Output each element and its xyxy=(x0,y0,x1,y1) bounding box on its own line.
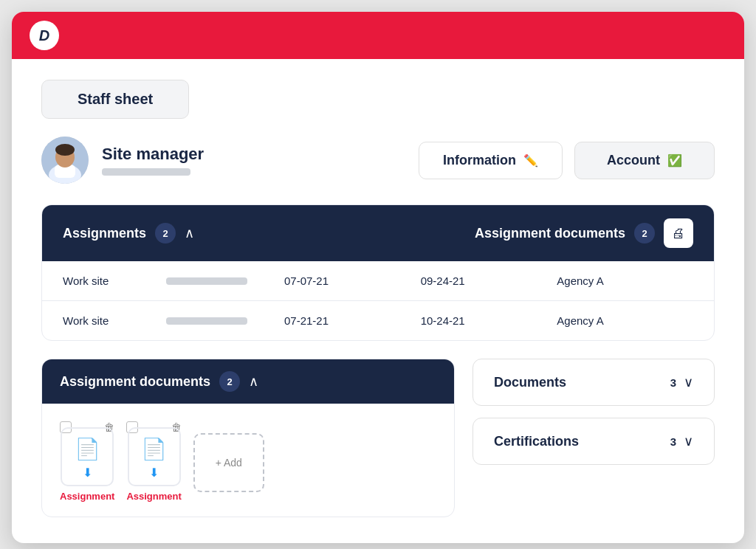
print-icon: 🖨 xyxy=(672,226,685,241)
certifications-right: 3 ∨ xyxy=(670,433,693,449)
staff-sheet-button[interactable]: Staff sheet xyxy=(41,80,189,119)
row-date-start-2: 07-21-21 xyxy=(284,314,421,327)
assignments-chevron-up[interactable]: ∧ xyxy=(185,225,194,241)
assignment-docs-title: Assignment documents xyxy=(475,226,625,241)
assignments-card: Assignments 2 ∧ Assignment documents 2 🖨… xyxy=(41,204,715,341)
edit-icon: ✏️ xyxy=(523,153,538,168)
assignments-title: Assignments xyxy=(63,226,146,241)
svg-point-4 xyxy=(55,144,75,156)
row-bar-1 xyxy=(166,277,247,285)
profile-section: Site manager Information ✏️ Account ✅ xyxy=(41,137,715,184)
assignment-docs-card: Assignment documents 2 ∧ 🗑 📄 ⬇ xyxy=(41,359,455,517)
print-button[interactable]: 🖨 xyxy=(664,218,693,248)
avatar xyxy=(41,137,89,184)
row-date-end-1: 09-24-21 xyxy=(421,274,557,287)
docs-body: 🗑 📄 ⬇ Assignment 🗑 xyxy=(42,404,454,517)
certifications-card[interactable]: Certifications 3 ∨ xyxy=(472,418,715,465)
docs-header-title: Assignment documents xyxy=(60,374,210,390)
row-label-1: Work site xyxy=(63,274,166,287)
doc-label-2: Assignment xyxy=(126,491,181,502)
documents-right: 3 ∨ xyxy=(670,374,693,390)
information-button[interactable]: Information ✏️ xyxy=(419,142,563,179)
add-document-button[interactable]: + Add xyxy=(193,433,264,492)
docs-header: Assignment documents 2 ∧ xyxy=(42,359,454,404)
account-label: Account xyxy=(607,153,660,168)
header-right: Assignment documents 2 🖨 xyxy=(475,218,693,248)
row-label-2: Work site xyxy=(63,314,166,327)
profile-info: Site manager xyxy=(102,145,204,176)
app-window: D Staff sheet xyxy=(12,12,744,543)
documents-label: Documents xyxy=(494,375,566,390)
assignments-header: Assignments 2 ∧ Assignment documents 2 🖨 xyxy=(42,205,714,261)
profile-left: Site manager xyxy=(41,137,204,184)
top-bar: D xyxy=(12,12,744,59)
row-date-end-2: 10-24-21 xyxy=(421,314,557,327)
docs-count-badge: 2 xyxy=(219,371,240,392)
right-panel: Documents 3 ∨ Certifications 3 ∨ xyxy=(472,359,715,517)
row-bar-2 xyxy=(166,317,247,325)
documents-card[interactable]: Documents 3 ∨ xyxy=(472,359,715,406)
checkmark-icon: ✅ xyxy=(667,153,682,168)
profile-name-bar xyxy=(102,168,190,176)
header-left: Assignments 2 ∧ xyxy=(63,223,194,244)
profile-role: Site manager xyxy=(102,145,204,164)
doc-icon-wrapper-2: 📄 ⬇ xyxy=(128,427,181,486)
doc-item-1: 🗑 📄 ⬇ Assignment xyxy=(60,421,114,502)
bottom-section: Assignment documents 2 ∧ 🗑 📄 ⬇ xyxy=(41,359,715,517)
profile-buttons: Information ✏️ Account ✅ xyxy=(419,142,715,179)
row-date-start-1: 07-07-21 xyxy=(284,274,421,287)
main-content: Staff sheet xyxy=(12,59,744,538)
certifications-label: Certifications xyxy=(494,434,579,449)
information-label: Information xyxy=(443,153,516,168)
assignments-count-badge: 2 xyxy=(155,223,176,244)
certifications-chevron-down: ∨ xyxy=(684,433,693,449)
certifications-count: 3 xyxy=(670,435,676,448)
row-agency-1: Agency A xyxy=(557,274,693,287)
doc-icon-wrapper-1: 📄 ⬇ xyxy=(61,427,114,486)
table-row: Work site 07-21-21 10-24-21 Agency A xyxy=(42,301,714,340)
documents-count: 3 xyxy=(670,376,676,389)
documents-chevron-down: ∨ xyxy=(684,374,693,390)
doc-label-1: Assignment xyxy=(60,491,114,502)
download-icon-1[interactable]: ⬇ xyxy=(83,466,92,480)
row-agency-2: Agency A xyxy=(557,314,693,327)
docs-chevron-up[interactable]: ∧ xyxy=(249,373,258,390)
app-logo: D xyxy=(30,21,59,50)
table-row: Work site 07-07-21 09-24-21 Agency A xyxy=(42,261,714,301)
download-icon-2[interactable]: ⬇ xyxy=(149,466,159,480)
pdf-icon-1: 📄 xyxy=(75,437,100,461)
doc-item-2: 🗑 📄 ⬇ Assignment xyxy=(126,421,181,502)
pdf-icon-2: 📄 xyxy=(141,437,167,461)
account-button[interactable]: Account ✅ xyxy=(574,142,715,179)
assignment-docs-count-badge: 2 xyxy=(634,223,655,244)
